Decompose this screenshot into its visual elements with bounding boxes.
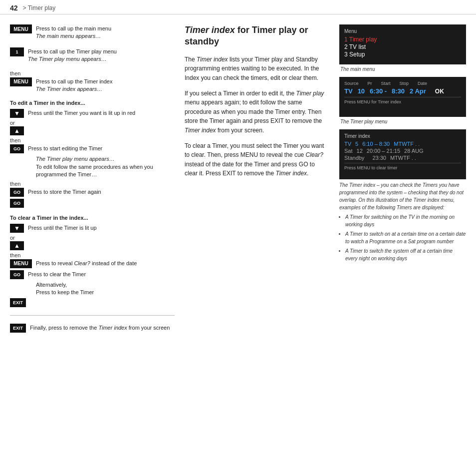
middle-column: Timer index for Timer play or standby Th… xyxy=(185,24,329,335)
down-arrow-button-2[interactable]: ▼ xyxy=(10,224,24,233)
edit-go2-desc: Press to store the Timer again xyxy=(28,188,101,196)
clear-step-down: ▼ Press until the Timer is lit up xyxy=(10,224,175,233)
screen1-item-2: 2 TV list xyxy=(344,43,461,50)
step3-desc: Press to call up the Timer index The Tim… xyxy=(36,77,112,93)
clear-down-desc: Press until the Timer is lit up xyxy=(28,224,97,232)
screen3-row-3: Standby 23:30 MTWTF . . xyxy=(344,155,461,161)
step-section-1: 1 Press to call up the Timer play menu T… xyxy=(10,47,175,63)
clear-step-up: ▲ xyxy=(10,241,175,250)
screen1-caption: The main menu xyxy=(339,66,466,72)
menu-button-2[interactable]: MENU xyxy=(10,77,32,86)
screen-main-menu: Menu 1 Timer play 2 TV list 3 Setup xyxy=(339,24,466,64)
data-status: OK xyxy=(435,88,444,95)
down-arrow-button-1[interactable]: ▼ xyxy=(10,109,24,118)
data-pr: 10 xyxy=(358,87,365,95)
edit-indent: The Timer play menu appears… To edit fol… xyxy=(36,155,175,178)
one-button[interactable]: 1 xyxy=(10,47,24,56)
label-then-1: then xyxy=(10,70,175,76)
step-section-menu1: MENU Press to call up the main menu The … xyxy=(10,24,175,40)
screen3-hint: Press MENU to clear timer xyxy=(344,163,461,170)
up-arrow-button-1[interactable]: ▲ xyxy=(10,126,24,135)
screen2-data-row: TV 10 6:30 - 8:30 2 Apr OK xyxy=(344,87,461,95)
edit-step-up: ▲ xyxy=(10,126,175,135)
edit-step-go3: GO xyxy=(10,199,175,208)
screen1-item-3: 3 Setup xyxy=(344,51,461,58)
clear-step-go: GO Press to clear the Timer xyxy=(10,270,175,279)
breadcrumb: > Timer play xyxy=(23,4,56,11)
screen3-row-2: Sat 12 20:00 – 21:15 28 AUG xyxy=(344,148,461,154)
clear-indent: Alternatively, Press to keep the Timer xyxy=(36,281,175,297)
edit-step-go2: GO Press to store the Timer again xyxy=(10,188,175,197)
clear-step-menu: MENU Press to reveal Clear? instead of t… xyxy=(10,259,175,268)
label-then-3: then xyxy=(10,181,175,187)
screen3-row-1: TV 5 6:10 – 8:30 MTWTF . . xyxy=(344,141,461,147)
clear-step-exit1: EXIT xyxy=(10,298,175,307)
screen3-description: The Timer index – you can check the Time… xyxy=(339,181,466,262)
header-start: Start xyxy=(381,81,391,86)
go-button-3[interactable]: GO xyxy=(10,199,24,208)
exit-button-1[interactable]: EXIT xyxy=(10,298,26,307)
edit-down-desc: Press until the Timer you want is lit up… xyxy=(28,109,135,117)
edit-step-go1: GO Press to start editing the Timer xyxy=(10,144,175,153)
header-pr: Pr xyxy=(368,81,372,86)
paragraph-1: The Timer index lists your Timer play an… xyxy=(185,55,324,83)
page-number: 42 xyxy=(10,4,18,12)
edit-step-down: ▼ Press until the Timer you want is lit … xyxy=(10,109,175,118)
data-stop: 8:30 xyxy=(392,87,405,95)
final-exit-desc: Finally, press to remove the Timer index… xyxy=(30,324,170,332)
right-column: Menu 1 Timer play 2 TV list 3 Setup The … xyxy=(339,24,466,335)
final-step-exit: EXIT Finally, press to remove the Timer … xyxy=(10,324,175,333)
menu-button-3[interactable]: MENU xyxy=(10,259,32,268)
header-source: Source xyxy=(344,81,359,86)
clear-go-desc: Press to clear the Timer xyxy=(28,270,86,278)
data-start: 6:30 - xyxy=(370,87,387,95)
page-body: MENU Press to call up the main menu The … xyxy=(0,14,476,345)
section-title: Timer index for Timer play or standby xyxy=(185,24,324,48)
edit-title: To edit a Timer in the index... xyxy=(10,100,175,106)
screen-timer-index: Timer index TV 5 6:10 – 8:30 MTWTF . . S… xyxy=(339,129,466,179)
screen1-menu-label: Menu xyxy=(344,28,461,34)
page-header: 42 > Timer play xyxy=(0,0,476,14)
paragraph-3: To clear a Timer, you must select the Ti… xyxy=(185,141,324,178)
step1-desc: Press to call up the main menu The main … xyxy=(36,24,111,40)
label-or-2: or xyxy=(10,235,175,241)
screen1-item-1: 1 Timer play xyxy=(344,36,461,43)
step2-desc: Press to call up the Timer play menu The… xyxy=(28,47,117,63)
screen2-hint: Press MENU for Timer index xyxy=(344,97,461,104)
data-source: TV xyxy=(344,87,353,95)
step-row-menu2: MENU Press to call up the Timer index Th… xyxy=(10,77,175,93)
clear-menu-desc: Press to reveal Clear? instead of the da… xyxy=(36,259,137,267)
screen2-caption: The Timer play menu xyxy=(339,119,466,124)
screen-timer-play: Source Pr Start Stop Date TV 10 6:30 - 8… xyxy=(339,77,466,117)
clear-title: To clear a Timer in the index... xyxy=(10,215,175,221)
header-stop: Stop xyxy=(400,81,409,86)
header-date: Date xyxy=(418,81,427,86)
paragraph-2: If you select a Timer in order to edit i… xyxy=(185,89,324,135)
screen2-header: Source Pr Start Stop Date xyxy=(344,81,461,86)
divider xyxy=(10,315,175,316)
go-button-2[interactable]: GO xyxy=(10,188,24,197)
step-row-menu1: MENU Press to call up the main menu The … xyxy=(10,24,175,40)
go-button-1[interactable]: GO xyxy=(10,144,24,153)
up-arrow-button-2[interactable]: ▲ xyxy=(10,241,24,250)
exit-button-2[interactable]: EXIT xyxy=(10,324,26,333)
screen3-index-label: Timer index xyxy=(344,133,461,139)
step-row-1: 1 Press to call up the Timer play menu T… xyxy=(10,47,175,63)
step-section-menu2: MENU Press to call up the Timer index Th… xyxy=(10,77,175,93)
label-then-2: then xyxy=(10,137,175,143)
menu-button-1[interactable]: MENU xyxy=(10,24,32,33)
label-then-4: then xyxy=(10,252,175,258)
data-date: 2 Apr xyxy=(410,87,426,95)
edit-go1-desc: Press to start editing the Timer xyxy=(28,144,102,152)
go-button-4[interactable]: GO xyxy=(10,270,24,279)
left-column: MENU Press to call up the main menu The … xyxy=(10,24,175,335)
label-or-1: or xyxy=(10,120,175,126)
